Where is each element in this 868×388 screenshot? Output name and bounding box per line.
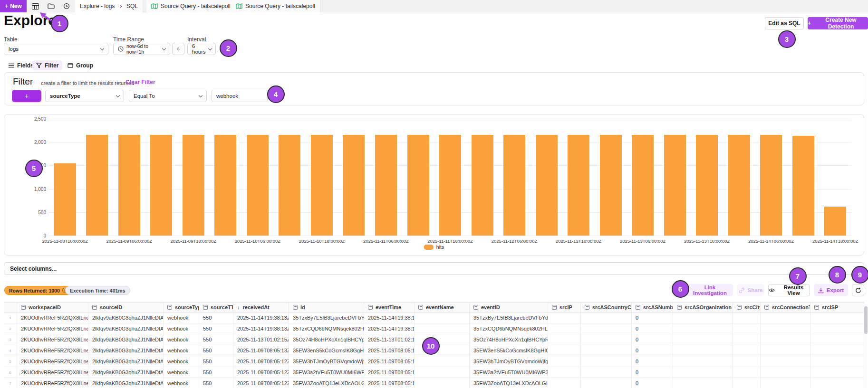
x-axis-tick-label: 2025-11-09T06:00:00Z [98, 238, 160, 244]
cell-eventID: 35EW3ZooATQ13eLXDcAOLGIn6pL [470, 378, 548, 388]
bar[interactable] [664, 135, 686, 236]
share-button[interactable]: Share [737, 284, 764, 296]
bar[interactable] [375, 135, 397, 236]
refresh-button[interactable] [172, 43, 184, 55]
bar[interactable] [568, 135, 589, 236]
folder-icon[interactable] [45, 1, 57, 11]
tab-label: Source Query - tailscalepoll [245, 3, 315, 9]
cell-sourceType: webhook [164, 367, 199, 378]
bar[interactable] [183, 135, 204, 236]
export-button[interactable]: Export [814, 284, 848, 296]
annotation-circle-5: 5 [25, 160, 43, 177]
column-header-id[interactable]: id [289, 303, 364, 312]
column-header-workspaceID[interactable]: workspaceID [17, 303, 88, 312]
new-button[interactable]: +New [0, 0, 27, 12]
tab-label: Explore - logs [80, 3, 115, 9]
bar[interactable] [760, 135, 782, 236]
cell-srcIP [548, 312, 581, 323]
sort-desc-icon: ↓ [237, 303, 240, 312]
refresh-results-button[interactable] [852, 284, 864, 296]
select-columns-input[interactable] [4, 262, 864, 275]
link-icon [739, 287, 745, 293]
filter-operator-select[interactable]: Equal To [129, 90, 207, 102]
cell-srcISP [810, 367, 864, 378]
vertical-scrollbar[interactable] [864, 306, 868, 334]
column-header-srcConnectionType[interactable]: srcConnectionType [761, 303, 810, 312]
column-header-sourceTTL[interactable]: sourceTTL [199, 303, 233, 312]
cell-srcCity [733, 367, 761, 378]
filter-field-select[interactable]: sourceType [45, 90, 124, 102]
cell-sourceID: 2lkfqv9aKB0G3qhuZJ1NlleDtAS [88, 378, 164, 388]
bar[interactable] [311, 135, 333, 236]
table-row[interactable]: 22KUOdhvRReF5RZfQX8ILneT4fSd2lkfqv9aKB0G… [4, 323, 864, 334]
bar[interactable] [150, 135, 172, 236]
chart-legend[interactable]: hits [424, 244, 444, 250]
tab-explore-logs[interactable]: Explore - logs × [75, 0, 128, 12]
results-view-button[interactable]: Results View [768, 284, 810, 296]
bar[interactable] [247, 135, 269, 236]
bar[interactable] [407, 135, 429, 236]
bar[interactable] [696, 135, 718, 236]
bar[interactable] [632, 135, 654, 236]
bar[interactable] [279, 135, 300, 236]
column-header-srcCity[interactable]: srcCity [733, 303, 761, 312]
bar[interactable] [118, 135, 140, 236]
table-grid-icon[interactable] [29, 1, 41, 11]
tab-sql[interactable]: SQL [122, 0, 143, 12]
column-header-srcIP[interactable]: srcIP [548, 303, 581, 312]
column-header-eventTime[interactable]: eventTime [364, 303, 415, 312]
tab-source-query-2[interactable]: Source Query - tailscalepoll [231, 0, 320, 12]
tab-filter[interactable]: Filter [32, 60, 62, 70]
column-header-srcASCountryCode[interactable]: srcASCountryCode [581, 303, 632, 312]
bar[interactable] [503, 135, 525, 236]
table-row[interactable]: 12KUOdhvRReF5RZfQX8ILneT4fSd2lkfqv9aKB0G… [4, 312, 864, 323]
filter-panel-subtitle: create a filter to limit the results ret… [41, 80, 134, 86]
add-filter-button[interactable]: + [12, 90, 41, 102]
bar[interactable] [214, 135, 236, 236]
time-range-label: Time Range [113, 36, 144, 43]
table-row[interactable]: 52KUOdhvRReF5RZfQX8ILneT4fSd2lkfqv9aKB0G… [4, 356, 864, 367]
column-header-sourceID[interactable]: sourceID [88, 303, 164, 312]
cell-srcASNumber: 0 [632, 356, 673, 367]
cell-eventID: 35TzxCQD6bNQMNsqek802HLb3hf [470, 323, 548, 334]
column-header-sourceType[interactable]: sourceType [164, 303, 199, 312]
column-header-srcASNumber[interactable]: srcASNumber [632, 303, 673, 312]
filter-value-input[interactable] [212, 90, 268, 102]
annotation-circle-1: 1 [51, 15, 68, 32]
interval-select[interactable]: 6 hours [187, 43, 216, 55]
bar[interactable] [792, 136, 814, 236]
tab-bar: +New Explore - logs × SQL Source Query -… [0, 0, 868, 12]
bar[interactable] [343, 135, 365, 236]
tab-label: Source Query - tailscalepoll [161, 3, 231, 9]
create-new-detection-button[interactable]: +Create New Detection [808, 17, 868, 29]
column-header-receivedAt[interactable]: ↓receivedAt [233, 303, 289, 312]
history-icon[interactable] [61, 1, 72, 11]
cell-sourceTTL: 550 [199, 334, 233, 345]
column-header-eventName[interactable]: eventName [415, 303, 470, 312]
time-range-select[interactable]: now-6d to now+1h [113, 43, 170, 55]
bar[interactable] [86, 135, 108, 236]
column-header-srcISP[interactable]: srcISP [810, 303, 864, 312]
table-select[interactable]: logs [4, 43, 108, 55]
column-header-srcASOrganization[interactable]: srcASOrganization [673, 303, 733, 312]
bar[interactable] [472, 135, 493, 236]
field-icon [677, 305, 682, 310]
plus-icon: + [5, 3, 8, 9]
cell-receivedAt: 2025-11-09T08:05:12Z [233, 367, 289, 378]
bar[interactable] [728, 135, 750, 236]
field-icon [764, 305, 769, 310]
bar[interactable] [536, 135, 558, 236]
clear-filter-link[interactable]: Clear Filter [125, 79, 155, 85]
bar[interactable] [600, 135, 622, 236]
tab-source-query-1[interactable]: Source Query - tailscalepoll [146, 0, 236, 12]
tab-group[interactable]: Group [64, 60, 97, 70]
column-header-eventID[interactable]: eventID [470, 303, 548, 312]
cell-srcASNumber: 0 [632, 323, 673, 334]
table-row[interactable]: 62KUOdhvRReF5RZfQX8ILneT4fSd2lkfqv9aKB0G… [4, 367, 864, 378]
table-row[interactable]: 72KUOdhvRReF5RZfQX8ILneT4fSd2lkfqv9aKB0G… [4, 378, 864, 388]
edit-as-sql-button[interactable]: Edit as SQL [765, 17, 804, 29]
bar[interactable] [54, 163, 76, 236]
cell-srcASNumber: 0 [632, 367, 673, 378]
bar[interactable] [824, 207, 846, 236]
bar[interactable] [439, 135, 461, 236]
